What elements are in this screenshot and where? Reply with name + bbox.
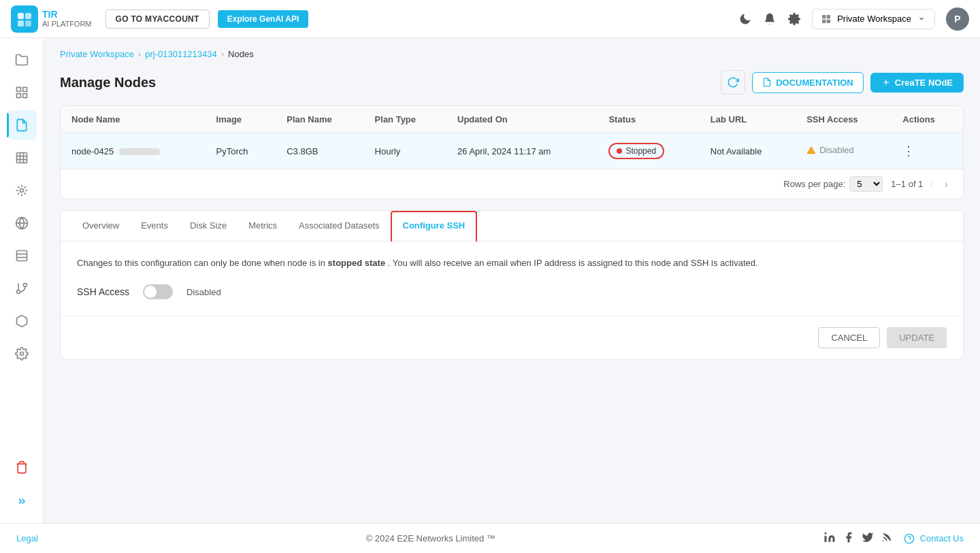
prev-page-button[interactable]: ‹ <box>926 177 937 192</box>
col-actions: Actions <box>892 106 963 133</box>
svg-rect-10 <box>16 94 20 98</box>
avatar[interactable]: P <box>946 7 969 31</box>
svg-point-32 <box>824 532 826 534</box>
logo-sub: AI PLATFORM <box>42 20 92 28</box>
page-header: Manage Nodes DOCUMENTATION CreaTE NOdE <box>60 70 964 95</box>
sidebar-item-delete[interactable] <box>7 452 37 482</box>
ssh-config-content: Changes to this configuration can only b… <box>61 241 963 316</box>
contact-us-label: Contact Us <box>920 533 964 543</box>
tab-associated-datasets[interactable]: Associated Datasets <box>288 211 391 241</box>
status-badge: Stopped <box>608 143 664 159</box>
col-updated-on: Updated On <box>446 106 598 133</box>
rows-per-page-label: Rows per page: <box>783 179 845 189</box>
svg-rect-7 <box>827 19 830 22</box>
rss-icon[interactable] <box>881 531 893 546</box>
col-node-name: Node Name <box>61 106 206 133</box>
col-ssh-access: SSH Access <box>796 106 892 133</box>
footer-legal[interactable]: Legal <box>16 533 38 543</box>
cell-lab-url: Not Available <box>700 133 796 169</box>
settings-icon[interactable] <box>787 12 801 26</box>
svg-rect-4 <box>822 15 826 18</box>
cell-plan-name: C3.8GB <box>276 133 363 169</box>
breadcrumb-workspace[interactable]: Private Workspace <box>60 49 134 59</box>
cell-plan-type: Hourly <box>364 133 446 169</box>
breadcrumb-sep1: › <box>138 49 141 59</box>
tab-configure-ssh[interactable]: Configure SSH <box>391 211 478 241</box>
col-status: Status <box>598 106 699 133</box>
status-dot <box>617 148 622 154</box>
linkedin-icon[interactable] <box>823 531 836 546</box>
rows-per-page-select[interactable]: 5 10 25 <box>849 176 883 192</box>
sidebar-item-folder[interactable] <box>7 45 37 75</box>
svg-rect-3 <box>25 20 31 27</box>
svg-point-17 <box>20 189 23 192</box>
documentation-button[interactable]: DOCUMENTATION <box>752 72 864 93</box>
header-icons: Private Workspace P <box>738 7 969 31</box>
breadcrumb: Private Workspace › prj-013011213434 › N… <box>60 49 964 59</box>
pagination: 1–1 of 1 ‹ › <box>891 177 952 192</box>
table-footer: Rows per page: 5 10 25 1–1 of 1 ‹ › <box>61 169 963 199</box>
social-icons <box>823 531 893 546</box>
sidebar-item-box[interactable] <box>7 306 37 336</box>
sidebar-item-branch[interactable] <box>7 273 37 303</box>
sidebar-item-table[interactable] <box>7 143 37 173</box>
tab-disk-size[interactable]: Disk Size <box>179 211 238 241</box>
facebook-icon[interactable] <box>843 531 855 546</box>
dark-mode-toggle[interactable] <box>738 12 752 26</box>
svg-rect-1 <box>25 13 31 19</box>
sidebar-item-settings[interactable] <box>7 339 37 369</box>
ssh-info-text: Changes to this configuration can only b… <box>77 258 947 268</box>
footer-contact[interactable]: Contact Us <box>904 533 964 544</box>
tab-overview[interactable]: Overview <box>71 211 130 241</box>
ssh-label: SSH Access <box>77 286 129 297</box>
sidebar-item-model[interactable] <box>7 175 37 205</box>
sidebar-item-grid[interactable] <box>7 241 37 271</box>
nodes-table: Node Name Image Plan Name Plan Type Upda… <box>61 106 963 169</box>
table-row: node-0425 PyTorch C3.8GB Hourly 26 April… <box>61 133 963 169</box>
update-button[interactable]: UPDATE <box>887 327 947 348</box>
breadcrumb-project[interactable]: prj-013011213434 <box>145 49 217 59</box>
svg-rect-11 <box>22 94 27 98</box>
logo-icon <box>11 5 38 33</box>
svg-rect-8 <box>16 88 20 92</box>
header: TIR AI PLATFORM GO TO MYACCOUNT Explore … <box>0 0 980 38</box>
svg-point-25 <box>16 290 20 294</box>
svg-point-24 <box>23 284 27 287</box>
nodes-table-container: Node Name Image Plan Name Plan Type Upda… <box>60 105 964 199</box>
explore-genai-button[interactable]: Explore GenAI API <box>218 10 309 28</box>
sidebar-item-network[interactable] <box>7 208 37 238</box>
sidebar-item-nodes[interactable] <box>7 110 37 140</box>
go-to-myaccount-button[interactable]: GO TO MYACCOUNT <box>105 10 210 29</box>
table-header-row: Node Name Image Plan Name Plan Type Upda… <box>61 106 963 133</box>
col-lab-url: Lab URL <box>700 106 796 133</box>
create-node-button[interactable]: CreaTE NOdE <box>870 73 964 93</box>
col-image: Image <box>206 106 276 133</box>
rows-per-page: Rows per page: 5 10 25 <box>783 176 883 192</box>
tab-metrics[interactable]: Metrics <box>238 211 288 241</box>
workspace-selector[interactable]: Private Workspace <box>812 9 935 29</box>
twitter-icon[interactable] <box>862 531 874 546</box>
notifications-icon[interactable] <box>763 12 777 26</box>
page-header-actions: DOCUMENTATION CreaTE NOdE <box>721 70 964 95</box>
ssh-toggle[interactable] <box>143 284 173 299</box>
cancel-button[interactable]: CANCEL <box>818 327 880 348</box>
main-content: Private Workspace › prj-013011213434 › N… <box>44 38 980 553</box>
sidebar-expand-button[interactable] <box>7 486 37 516</box>
cell-ssh-access: Disabled <box>796 133 892 169</box>
cell-status: Stopped <box>598 133 699 169</box>
col-plan-type: Plan Type <box>364 106 446 133</box>
svg-point-33 <box>883 540 884 541</box>
details-container: Overview Events Disk Size Metrics Associ… <box>60 210 964 360</box>
workspace-label: Private Workspace <box>837 14 911 24</box>
status-text: Stopped <box>625 146 656 156</box>
row-action-menu[interactable]: ⋮ <box>902 144 915 158</box>
svg-rect-20 <box>16 251 27 261</box>
refresh-button[interactable] <box>721 70 745 95</box>
sidebar-item-dashboard[interactable] <box>7 78 37 107</box>
create-node-label: CreaTE NOdE <box>895 78 953 88</box>
footer: Legal © 2024 E2E Networks Limited ™ Cont… <box>0 523 980 553</box>
next-page-button[interactable]: › <box>941 177 952 192</box>
svg-rect-9 <box>22 88 27 92</box>
ssh-footer: CANCEL UPDATE <box>61 316 963 359</box>
tab-events[interactable]: Events <box>130 211 179 241</box>
